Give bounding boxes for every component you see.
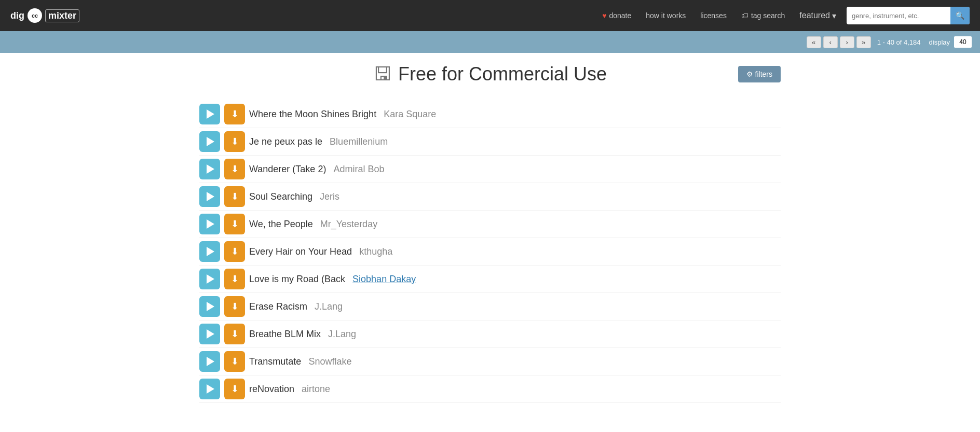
download-icon: ⬇ xyxy=(231,108,239,120)
download-button[interactable]: ⬇ xyxy=(224,104,245,124)
play-button[interactable] xyxy=(199,351,220,372)
play-button[interactable] xyxy=(199,296,220,317)
first-page-button[interactable]: « xyxy=(807,36,821,48)
pagination-info: 1 - 40 of 4,184 xyxy=(877,38,921,46)
filters-button[interactable]: ⚙ filters xyxy=(738,66,781,82)
chevron-down-icon: ▾ xyxy=(832,11,836,21)
play-button[interactable] xyxy=(199,269,220,289)
last-page-button[interactable]: » xyxy=(856,36,871,48)
logo-mixter: mixter xyxy=(45,9,79,22)
track-artist: Kara Square xyxy=(384,109,436,120)
play-icon xyxy=(207,164,214,174)
site-header: dig cc mixter ♥ donate how it works lice… xyxy=(0,0,980,31)
track-list: ⬇ Where the Moon Shines Bright Kara Squa… xyxy=(199,101,781,403)
track-title: Soul Searching xyxy=(249,191,312,202)
track-title: Where the Moon Shines Bright xyxy=(249,109,376,120)
page-title: Free for Commercial Use xyxy=(398,63,607,85)
logo-cc-icon: cc xyxy=(28,8,42,23)
download-icon: ⬇ xyxy=(231,301,239,312)
track-title: Wanderer (Take 2) xyxy=(249,164,326,175)
track-artist: kthugha xyxy=(359,246,392,257)
track-artist: Jeris xyxy=(320,191,339,202)
download-icon: ⬇ xyxy=(231,328,239,340)
download-icon: ⬇ xyxy=(231,356,239,367)
download-button[interactable]: ⬇ xyxy=(224,269,245,289)
logo-dig: dig xyxy=(10,10,24,21)
download-icon: ⬇ xyxy=(231,246,239,257)
track-item: ⬇ We, the People Mr_Yesterday xyxy=(199,211,781,238)
track-item: ⬇ Transmutate Snowflake xyxy=(199,348,781,375)
display-label: display xyxy=(929,38,950,46)
play-icon xyxy=(207,192,214,201)
track-item: ⬇ Breathe BLM Mix J.Lang xyxy=(199,320,781,348)
play-icon xyxy=(207,219,214,229)
download-button[interactable]: ⬇ xyxy=(224,131,245,152)
play-button[interactable] xyxy=(199,159,220,179)
download-button[interactable]: ⬇ xyxy=(224,186,245,207)
download-icon: ⬇ xyxy=(231,273,239,285)
play-button[interactable] xyxy=(199,131,220,152)
search-box: 🔍 xyxy=(847,7,970,24)
track-title: Love is my Road (Back xyxy=(249,274,345,285)
download-icon: ⬇ xyxy=(231,383,239,395)
download-icon: ⬇ xyxy=(231,163,239,175)
track-title: We, the People xyxy=(249,219,313,230)
download-button[interactable]: ⬇ xyxy=(224,351,245,372)
featured-dropdown[interactable]: featured ▾ xyxy=(799,11,836,21)
tag-icon: 🏷 xyxy=(741,11,748,20)
play-button[interactable] xyxy=(199,324,220,344)
pagination-bar: « ‹ › » 1 - 40 of 4,184 display xyxy=(0,31,980,53)
track-item: ⬇ Every Hair on Your Head kthugha xyxy=(199,238,781,266)
track-item: ⬇ Erase Racism J.Lang xyxy=(199,293,781,320)
main-content: 🖫 Free for Commercial Use ⚙ filters ⬇ Wh… xyxy=(179,53,801,413)
play-button[interactable] xyxy=(199,214,220,234)
download-button[interactable]: ⬇ xyxy=(224,159,245,179)
heart-icon: ♥ xyxy=(602,11,606,20)
download-button[interactable]: ⬇ xyxy=(224,324,245,344)
play-icon xyxy=(207,247,214,256)
next-page-button[interactable]: › xyxy=(840,36,854,48)
track-artist: Admiral Bob xyxy=(333,164,384,175)
tag-search-link[interactable]: 🏷 tag search xyxy=(741,11,785,20)
search-input[interactable] xyxy=(847,12,950,20)
track-title: reNovation xyxy=(249,384,294,395)
play-icon xyxy=(207,357,214,366)
track-artist: Snowflake xyxy=(308,356,351,367)
track-title: Erase Racism xyxy=(249,301,307,312)
play-icon xyxy=(207,274,214,284)
track-artist: J.Lang xyxy=(315,301,343,312)
donate-link[interactable]: ♥ donate xyxy=(602,11,631,20)
track-title: Every Hair on Your Head xyxy=(249,246,352,257)
search-button[interactable]: 🔍 xyxy=(950,7,970,24)
download-button[interactable]: ⬇ xyxy=(224,296,245,317)
play-button[interactable] xyxy=(199,104,220,124)
main-nav: ♥ donate how it works licenses 🏷 tag sea… xyxy=(602,11,836,21)
play-icon xyxy=(207,137,214,146)
track-item: ⬇ Je ne peux pas le Bluemillenium xyxy=(199,128,781,156)
download-button[interactable]: ⬇ xyxy=(224,379,245,399)
commercial-use-icon: 🖫 xyxy=(373,63,392,85)
site-logo[interactable]: dig cc mixter xyxy=(10,8,79,23)
track-artist: Bluemillenium xyxy=(330,136,388,147)
download-button[interactable]: ⬇ xyxy=(224,241,245,262)
prev-page-button[interactable]: ‹ xyxy=(823,36,838,48)
play-icon xyxy=(207,329,214,339)
display-input[interactable] xyxy=(954,36,972,48)
licenses-link[interactable]: licenses xyxy=(700,11,727,20)
play-button[interactable] xyxy=(199,186,220,207)
play-icon xyxy=(207,384,214,394)
track-title: Breathe BLM Mix xyxy=(249,329,321,340)
play-icon xyxy=(207,109,214,119)
track-item: ⬇ Wanderer (Take 2) Admiral Bob xyxy=(199,156,781,183)
play-button[interactable] xyxy=(199,241,220,262)
how-it-works-link[interactable]: how it works xyxy=(646,11,686,20)
download-button[interactable]: ⬇ xyxy=(224,214,245,234)
play-button[interactable] xyxy=(199,379,220,399)
page-title-row: 🖫 Free for Commercial Use ⚙ filters xyxy=(199,63,781,85)
track-artist[interactable]: Siobhan Dakay xyxy=(352,274,416,285)
download-icon: ⬇ xyxy=(231,218,239,230)
track-title: Je ne peux pas le xyxy=(249,136,322,147)
track-item: ⬇ reNovation airtone xyxy=(199,375,781,403)
track-artist: airtone xyxy=(302,384,330,395)
track-item: ⬇ Where the Moon Shines Bright Kara Squa… xyxy=(199,101,781,128)
